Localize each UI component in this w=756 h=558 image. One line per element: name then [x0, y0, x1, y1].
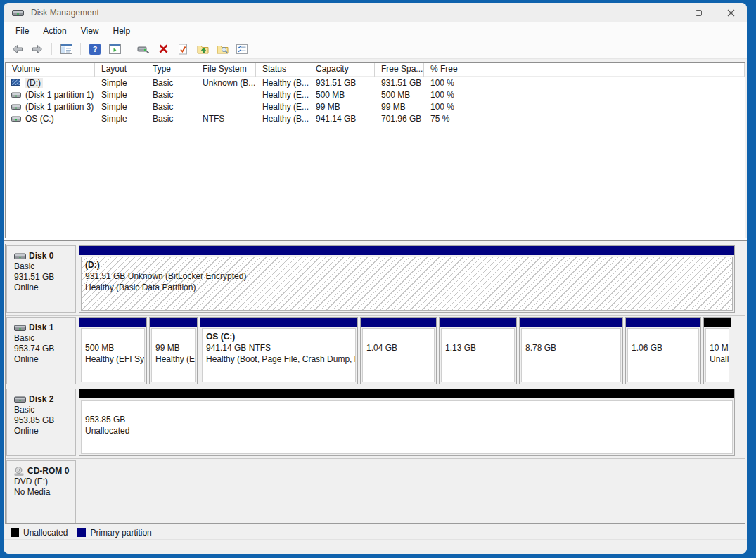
partition-status: Healthy (EFI Syst — [85, 353, 141, 365]
hdd-volume-icon — [11, 103, 21, 110]
disk2-label[interactable]: Disk 2 Basic 953.85 GB Online — [6, 389, 76, 456]
show-action-pane-icon[interactable] — [108, 42, 122, 56]
partition-size: 1.13 GB — [445, 342, 511, 353]
volume-pct-free: 100 % — [424, 78, 487, 88]
drive-status: No Media — [14, 487, 74, 498]
partition-status — [525, 353, 617, 365]
volume-row-os-c[interactable]: OS (C:) Simple Basic NTFS Healthy (B... … — [6, 112, 745, 124]
partition-1-04gb[interactable]: 1.04 GB — [360, 317, 437, 384]
mark-partition-icon[interactable] — [176, 42, 190, 56]
partition-status: Unallocated — [85, 425, 729, 436]
column-header-volume[interactable]: Volume — [6, 63, 95, 77]
partition-name — [525, 331, 617, 342]
close-button[interactable] — [715, 3, 747, 22]
cdrom-row: CD-ROM 0 DVD (E:) No Media — [6, 458, 745, 524]
explore-folder-icon[interactable] — [215, 42, 229, 56]
partition-name — [155, 331, 191, 342]
partition-10mb-unallocated[interactable]: 10 M Unall — [703, 317, 731, 384]
unallocated-bar — [79, 389, 734, 398]
disk-row-1: Disk 1 Basic 953.74 GB Online 500 MB Hea… — [6, 315, 745, 384]
column-header-type[interactable]: Type — [146, 63, 196, 77]
partition-1-13gb[interactable]: 1.13 GB — [439, 317, 517, 384]
pane-splitter[interactable] — [4, 238, 747, 244]
folder-up-icon[interactable] — [196, 42, 210, 56]
primary-partition-bar — [200, 318, 357, 327]
delete-volume-icon[interactable] — [156, 42, 170, 56]
volume-list-pane: Volume Layout Type File System Status Ca… — [5, 62, 745, 238]
column-header-capacity[interactable]: Capacity — [309, 63, 375, 77]
cdrom-label[interactable]: CD-ROM 0 DVD (E:) No Media — [6, 460, 76, 524]
volume-status: Healthy (E... — [256, 90, 309, 100]
column-header-file-system[interactable]: File System — [196, 63, 256, 77]
volume-capacity: 941.14 GB — [309, 114, 375, 124]
partition-os-c[interactable]: OS (C:) 941.14 GB NTFS Healthy (Boot, Pa… — [200, 317, 358, 384]
partition-status — [632, 353, 695, 365]
volume-status: Healthy (B... — [256, 78, 309, 88]
partition-name: OS (C:) — [206, 331, 352, 342]
volume-name: OS (C:) — [25, 114, 54, 124]
disk-type: Basic — [14, 333, 74, 344]
partition-size: 500 MB — [85, 342, 141, 353]
disk0-label[interactable]: Disk 0 Basic 931.51 GB Online — [6, 245, 76, 313]
column-header-layout[interactable]: Layout — [95, 63, 146, 77]
volume-free-space: 701.96 GB — [375, 114, 424, 124]
partition-size: 8.78 GB — [525, 342, 617, 353]
minimize-button[interactable] — [650, 3, 682, 22]
help-icon[interactable]: ? — [88, 42, 102, 56]
disk-size: 931.51 GB — [14, 272, 74, 283]
properties-checklist-icon[interactable] — [235, 42, 249, 56]
legend-primary-label: Primary partition — [90, 528, 151, 538]
volume-row-disk1-partition3[interactable]: (Disk 1 partition 3) Simple Basic Health… — [6, 100, 745, 112]
unallocated-swatch — [11, 528, 19, 537]
partition-size: 953.85 GB — [85, 414, 729, 425]
partition-size: 1.06 GB — [632, 342, 695, 353]
column-header-free-space[interactable]: Free Spa... — [375, 63, 424, 77]
disk-row-0: Disk 0 Basic 931.51 GB Online (D:) 931.5… — [6, 245, 745, 313]
partition-name — [85, 403, 729, 414]
column-header-status[interactable]: Status — [256, 63, 309, 77]
volume-row-d[interactable]: (D:) Simple Basic Unknown (B... Healthy … — [6, 77, 745, 89]
volume-capacity: 500 MB — [309, 90, 375, 100]
disk-size: 953.85 GB — [14, 415, 74, 426]
window-title: Disk Management — [31, 8, 99, 18]
partition-d[interactable]: (D:) 931.51 GB Unknown (BitLocker Encryp… — [79, 245, 735, 313]
graphical-view-pane: Disk 0 Basic 931.51 GB Online (D:) 931.5… — [5, 244, 745, 524]
drive-type: DVD (E:) — [14, 476, 74, 487]
partition-status — [445, 353, 511, 365]
volume-status: Healthy (E... — [256, 102, 309, 112]
disk1-label[interactable]: Disk 1 Basic 953.74 GB Online — [6, 317, 76, 384]
cdrom-empty-area — [79, 460, 735, 524]
volume-free-space: 99 MB — [375, 102, 424, 112]
partition-size: 931.51 GB Unknown (BitLocker Encrypted) — [85, 271, 729, 282]
menu-help[interactable]: Help — [106, 24, 138, 38]
forward-icon[interactable] — [30, 42, 44, 56]
close-icon — [727, 9, 735, 17]
back-icon[interactable] — [11, 42, 25, 56]
partition-8-78gb[interactable]: 8.78 GB — [519, 317, 623, 384]
rescan-disks-icon[interactable] — [136, 42, 150, 56]
menu-view[interactable]: View — [74, 24, 106, 38]
partition-efi-500mb[interactable]: 500 MB Healthy (EFI Syst — [79, 317, 147, 384]
partition-size: 941.14 GB NTFS — [206, 342, 352, 353]
menu-action[interactable]: Action — [36, 24, 73, 38]
column-header-pct-free[interactable]: % Free — [424, 63, 487, 77]
partition-disk2-unallocated[interactable]: 953.85 GB Unallocated — [79, 389, 735, 456]
show-console-tree-icon[interactable] — [59, 42, 73, 56]
partition-status: Healthy (EF — [155, 353, 191, 365]
column-header-empty[interactable] — [487, 63, 745, 77]
volume-name: (D:) — [25, 78, 43, 88]
disk-name: Disk 0 — [29, 251, 53, 261]
volume-pct-free: 100 % — [424, 90, 487, 100]
partition-1-06gb[interactable]: 1.06 GB — [625, 317, 701, 384]
legend-unallocated-label: Unallocated — [23, 528, 68, 538]
maximize-button[interactable] — [682, 3, 715, 22]
primary-partition-bar — [440, 318, 516, 327]
disk-size: 953.74 GB — [14, 344, 74, 354]
disk-name: Disk 2 — [29, 394, 53, 405]
partition-99mb[interactable]: 99 MB Healthy (EF — [149, 317, 198, 384]
volume-row-disk1-partition1[interactable]: (Disk 1 partition 1) Simple Basic Health… — [6, 89, 745, 100]
disk-name: Disk 1 — [29, 323, 53, 333]
volume-type: Basic — [146, 78, 196, 88]
menu-file[interactable]: File — [8, 24, 36, 38]
disk-icon — [14, 252, 26, 260]
